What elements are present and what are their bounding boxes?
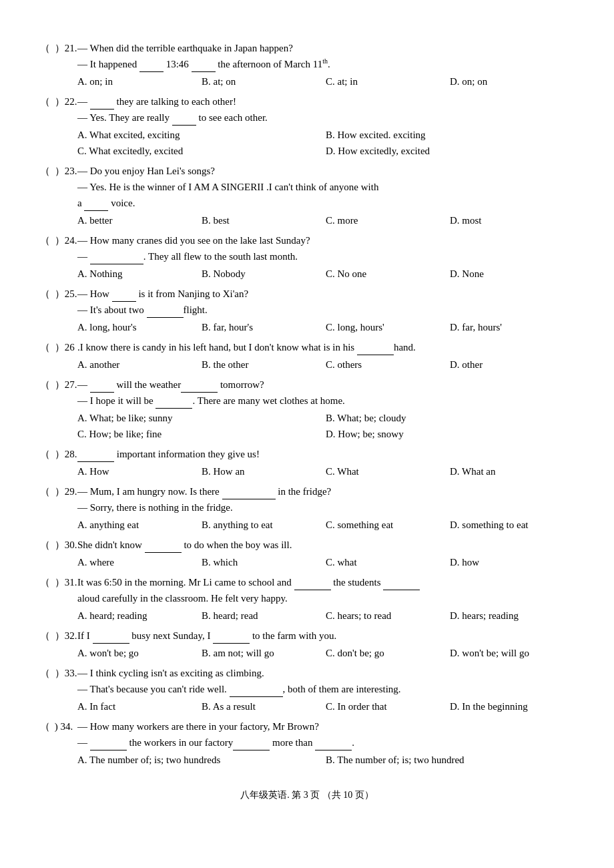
paren-27: （ [40, 377, 52, 393]
sub-34: — the workers in our factory more than . [77, 734, 574, 750]
option-22-d: D. How excitedly, excited [326, 143, 574, 159]
option-25-a: A. long, hour's [77, 319, 202, 335]
option-31-d: D. hears; reading [450, 608, 574, 624]
question-23: （ ）23. — Do you enjoy Han Lei's songs? —… [40, 163, 574, 228]
paren-28: （ [40, 446, 52, 462]
question-31: （ ）31. It was 6:50 in the morning. Mr Li… [40, 574, 574, 624]
qnum-32: ）32. [52, 628, 77, 644]
qtext-29: — Mum, I am hungry now. Is there in the … [77, 483, 574, 499]
question-22: （ ）22. — they are talking to each other!… [40, 93, 574, 159]
options-31: A. heard; reading B. heard; read C. hear… [77, 608, 574, 624]
option-27-b: B. What; be; cloudy [326, 410, 574, 426]
options-24: A. Nothing B. Nobody C. No one D. None [77, 266, 574, 282]
qtext-28: important information they give us! [77, 446, 574, 462]
qnum-26: ）26 [52, 339, 77, 355]
option-28-a: A. How [77, 463, 202, 479]
options-25: A. long, hour's B. far, hour's C. long, … [77, 319, 574, 335]
option-32-b: B. am not; will go [202, 645, 326, 661]
option-29-d: D. something to eat [450, 517, 574, 533]
option-23-b: B. best [202, 212, 326, 228]
paren-24: （ [40, 232, 52, 248]
question-34: （ ) 34. — How many workers are there in … [40, 718, 574, 768]
option-29-c: C. something eat [326, 517, 450, 533]
option-23-c: C. more [326, 212, 450, 228]
question-27: （ ）27. — will the weather tomorrow? — I … [40, 377, 574, 442]
option-26-b: B. the other [202, 357, 326, 373]
option-24-d: D. None [450, 266, 574, 282]
options-27: A. What; be like; sunny B. What; be; clo… [77, 410, 574, 442]
qtext-22: — they are talking to each other! [77, 93, 574, 110]
option-31-c: C. hears; to read [326, 608, 450, 624]
option-30-d: D. how [450, 554, 574, 570]
option-24-a: A. Nothing [77, 266, 202, 282]
qnum-30: ）30. [52, 537, 77, 553]
option-32-a: A. won't be; go [77, 645, 202, 661]
paren-30: （ [40, 537, 52, 553]
qnum-31: ）31. [52, 574, 77, 590]
qtext-34: — How many workers are there in your fac… [77, 718, 574, 734]
sub-22: — Yes. They are really to see each other… [77, 110, 574, 126]
page-footer: 八年级英语. 第 3 页 （共 10 页） [40, 788, 574, 803]
sub-29: — Sorry, there is nothing in the fridge. [77, 499, 574, 515]
options-34: A. The number of; is; two hundreds B. Th… [77, 752, 574, 768]
option-30-b: B. which [202, 554, 326, 570]
sub-31: aloud carefully in the classroom. He fel… [77, 590, 574, 606]
qtext-23: — Do you enjoy Han Lei's songs? [77, 163, 574, 179]
qnum-24: ）24. [52, 232, 77, 248]
qtext-25: — How is it from Nanjing to Xi'an? [77, 286, 574, 302]
option-33-d: D. In the beginning [450, 698, 574, 714]
paren-21: （ [40, 40, 52, 56]
option-22-b: B. How excited. exciting [326, 127, 574, 143]
qtext-32: If I busy next Sunday, I to the farm wit… [77, 628, 574, 644]
option-24-b: B. Nobody [202, 266, 326, 282]
option-21-a: A. on; in [77, 73, 202, 89]
option-25-d: D. far, hours' [450, 319, 574, 335]
option-25-b: B. far, hour's [202, 319, 326, 335]
sub-23: — Yes. He is the winner of I AM A SINGER… [77, 179, 574, 195]
qnum-21: ）21. [52, 40, 77, 56]
qnum-23: ）23. [52, 163, 77, 179]
qtext-26: .I know there is candy in his left hand,… [77, 339, 574, 355]
option-33-b: B. As a result [202, 698, 326, 714]
option-34-b: B. The number of; is; two hundred [326, 752, 574, 768]
options-21: A. on; in B. at; on C. at; in D. on; on [77, 73, 574, 89]
sub-21: — It happened 13:46 the afternoon of Mar… [77, 56, 574, 72]
option-28-d: D. What an [450, 463, 574, 479]
exam-page: （ ）21. — When did the terrible earthquak… [40, 40, 574, 803]
qnum-29: ）29. [52, 483, 77, 499]
question-24: （ ）24. — How many cranes did you see on … [40, 232, 574, 282]
question-26: （ ）26 .I know there is candy in his left… [40, 339, 574, 373]
paren-32: （ [40, 628, 52, 644]
qnum-34: ) 34. [52, 718, 77, 734]
sub-33: — That's because you can't ride well. , … [77, 681, 574, 697]
option-22-a: A. What excited, exciting [77, 127, 326, 143]
sub-23b: a voice. [77, 195, 574, 211]
paren-34: （ [40, 718, 52, 734]
options-32: A. won't be; go B. am not; will go C. do… [77, 645, 574, 661]
paren-22: （ [40, 93, 52, 110]
option-28-c: C. What [326, 463, 450, 479]
sub-24: — . They all flew to the south last mont… [77, 248, 574, 264]
option-27-c: C. How; be like; fine [77, 426, 326, 442]
sub-27: — I hope it will be . There are many wet… [77, 393, 574, 409]
sub-25: — It's about two flight. [77, 302, 574, 318]
paren-31: （ [40, 574, 52, 590]
option-30-a: A. where [77, 554, 202, 570]
question-32: （ ）32. If I busy next Sunday, I to the f… [40, 628, 574, 661]
option-27-d: D. How; be; snowy [326, 426, 574, 442]
paren-23: （ [40, 163, 52, 179]
paren-33: （ [40, 665, 52, 681]
option-32-c: C. don't be; go [326, 645, 450, 661]
option-26-a: A. another [77, 357, 202, 373]
qtext-24: — How many cranes did you see on the lak… [77, 232, 574, 248]
option-29-a: A. anything eat [77, 517, 202, 533]
option-22-c: C. What excitedly, excited [77, 143, 326, 159]
option-24-c: C. No one [326, 266, 450, 282]
question-28: （ ）28. important information they give u… [40, 446, 574, 479]
option-25-c: C. long, hours' [326, 319, 450, 335]
paren-25: （ [40, 286, 52, 302]
option-34-a: A. The number of; is; two hundreds [77, 752, 326, 768]
option-26-c: C. others [326, 357, 450, 373]
option-23-a: A. better [77, 212, 202, 228]
option-31-b: B. heard; read [202, 608, 326, 624]
